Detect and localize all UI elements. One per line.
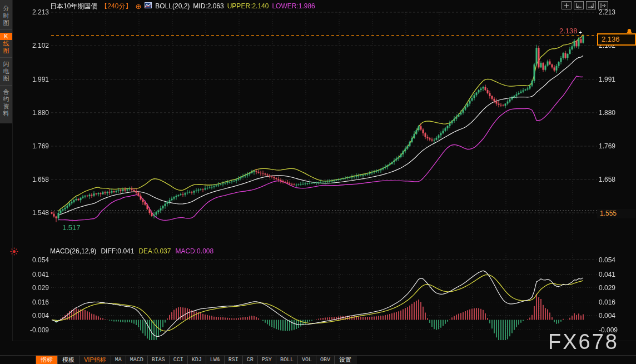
macd-axis-label-left: 0.041 bbox=[20, 271, 49, 278]
macd-axis-label-right: 0.004 bbox=[599, 312, 615, 320]
bottom-tab-MA[interactable]: MA bbox=[111, 356, 126, 364]
settlement-price-tag: 1.555 bbox=[597, 209, 635, 218]
sidebar-item-char: 图 bbox=[0, 47, 12, 54]
macd-header: MACD(26,12,9) DIFF:0.041 DEA:0.037 MACD:… bbox=[50, 247, 213, 255]
sidebar-item-char: 时 bbox=[0, 12, 12, 19]
macd-axis-label-left: 0.004 bbox=[20, 312, 49, 320]
bottom-tab-MACD[interactable]: MACD bbox=[126, 356, 148, 364]
move-chart-icon[interactable] bbox=[562, 1, 572, 9]
y-axis-label-right: 1.880 bbox=[599, 109, 615, 117]
bottom-tab-PSY[interactable]: PSY bbox=[258, 356, 276, 364]
main-chart-canvas[interactable] bbox=[0, 0, 636, 364]
scale-x-right-icon[interactable] bbox=[586, 1, 596, 9]
sidebar-tabs: 分时图K线图闪电图合约资料 bbox=[0, 0, 12, 123]
macd-axis-label-left: 0.029 bbox=[20, 284, 49, 292]
macd-dea-value: DEA:0.037 bbox=[138, 247, 171, 255]
sidebar-item-0[interactable]: 分时图 bbox=[0, 2, 12, 30]
scale-x-left-icon[interactable] bbox=[574, 1, 584, 9]
y-axis-label-left: 1.880 bbox=[20, 109, 49, 117]
tabbar-spacer bbox=[0, 356, 36, 364]
y-axis-label-left: 1.991 bbox=[20, 76, 49, 83]
instrument-title: 日本10年期国债 bbox=[50, 2, 97, 11]
y-axis-label-left: 1.658 bbox=[20, 176, 49, 183]
bottom-tab-CR[interactable]: CR bbox=[243, 356, 258, 364]
boll-label: BOLL(20,2) bbox=[155, 2, 190, 10]
mini-chart-icon[interactable] bbox=[145, 2, 152, 10]
boll-mid-value: MID:2.063 bbox=[193, 2, 223, 10]
bottom-tab-BIAS[interactable]: BIAS bbox=[148, 356, 170, 364]
indicator-flower-icon[interactable] bbox=[10, 247, 18, 258]
x-axis-row: 240分 ▲ 2025/10/31 08:00~12:00 五 bbox=[0, 341, 636, 355]
last-candle-plus-marker: + bbox=[579, 29, 582, 36]
macd-axis-label-right: 0.041 bbox=[599, 271, 615, 278]
macd-diff-value: DIFF:0.041 bbox=[101, 247, 134, 255]
bottom-tab-设置[interactable]: 设置 bbox=[335, 356, 356, 364]
sidebar-item-char: K bbox=[0, 33, 12, 40]
session-low-marker: 1.517 bbox=[62, 223, 81, 232]
macd-axis-label-right: 0.029 bbox=[599, 284, 615, 292]
bottom-tab-CCI[interactable]: CCI bbox=[170, 356, 188, 364]
macd-axis-label-right: 0.016 bbox=[599, 298, 615, 306]
bottom-tab-KDJ[interactable]: KDJ bbox=[188, 356, 206, 364]
sidebar-item-char: 约 bbox=[0, 96, 12, 103]
sidebar-item-char: 图 bbox=[0, 75, 12, 82]
y-axis-label-left: 2.102 bbox=[20, 42, 49, 49]
watermark: FX678 bbox=[548, 330, 619, 354]
boll-upper-value: UPPER:2.140 bbox=[227, 2, 269, 10]
y-axis-label-left: 2.213 bbox=[20, 8, 49, 16]
sidebar-item-2[interactable]: 闪电图 bbox=[0, 58, 12, 86]
bottom-tab-bar: 指标模板VIP指标MAMACDBIASCCIKDJLW&RSICRPSYBOLL… bbox=[0, 355, 636, 364]
macd-axis-label-right: 0.054 bbox=[599, 256, 615, 264]
macd-macd-value: MACD:0.008 bbox=[175, 247, 213, 255]
bottom-tab-指标[interactable]: 指标 bbox=[36, 356, 58, 364]
bottom-tab-VIP指标[interactable]: VIP指标 bbox=[80, 356, 111, 364]
bottom-tab-BOLL[interactable]: BOLL bbox=[276, 356, 298, 364]
y-axis-label-right: 1.991 bbox=[599, 76, 615, 83]
bottom-tab-RSI[interactable]: RSI bbox=[225, 356, 243, 364]
macd-axis-label-left: -0.009 bbox=[20, 326, 49, 334]
bottom-tab-VOL[interactable]: VOL bbox=[298, 356, 316, 364]
sidebar-item-char: 资 bbox=[0, 103, 12, 110]
y-axis-label-right: 1.658 bbox=[599, 176, 615, 183]
sidebar-item-char: 图 bbox=[0, 19, 12, 27]
sidebar-item-char: 分 bbox=[0, 5, 12, 12]
sidebar-item-char: 闪 bbox=[0, 61, 12, 68]
sidebar-item-char: 合 bbox=[0, 88, 12, 96]
sidebar-item-3[interactable]: 合约资料 bbox=[0, 86, 12, 120]
circle-plus-icon[interactable]: ⊕ bbox=[135, 3, 141, 10]
bottom-tab-模板[interactable]: 模板 bbox=[58, 356, 80, 364]
macd-label: MACD(26,12,9) bbox=[50, 247, 96, 255]
y-axis-label-left: 1.548 bbox=[20, 209, 49, 217]
bottom-tab-LW&[interactable]: LW& bbox=[206, 356, 225, 364]
chart-header: 日本10年期国债 【240分】 ⊕ BOLL(20,2) MID:2.063 U… bbox=[50, 2, 315, 11]
y-axis-label-left: 1.769 bbox=[20, 142, 49, 150]
sidebar-item-char: 电 bbox=[0, 68, 12, 75]
macd-axis-label-left: 0.016 bbox=[20, 298, 49, 306]
alarm-bell-icon[interactable] bbox=[626, 27, 633, 37]
bottom-tab-OBV[interactable]: OBV bbox=[316, 356, 335, 364]
macd-axis-label-left: 0.054 bbox=[20, 256, 49, 264]
left-sidebar: 分时图K线图闪电图合约资料 bbox=[0, 0, 13, 364]
sidebar-item-char: 料 bbox=[0, 110, 12, 117]
sidebar-item-1[interactable]: K线图 bbox=[0, 30, 12, 58]
sidebar-item-char: 线 bbox=[0, 40, 12, 47]
session-high-marker: 2.138 bbox=[559, 27, 578, 35]
boll-lower-value: LOWER:1.986 bbox=[272, 2, 315, 10]
y-axis-label-right: 1.769 bbox=[599, 142, 615, 150]
y-axis-label-right: 2.213 bbox=[599, 8, 615, 16]
period-badge: 【240分】 bbox=[101, 2, 132, 11]
